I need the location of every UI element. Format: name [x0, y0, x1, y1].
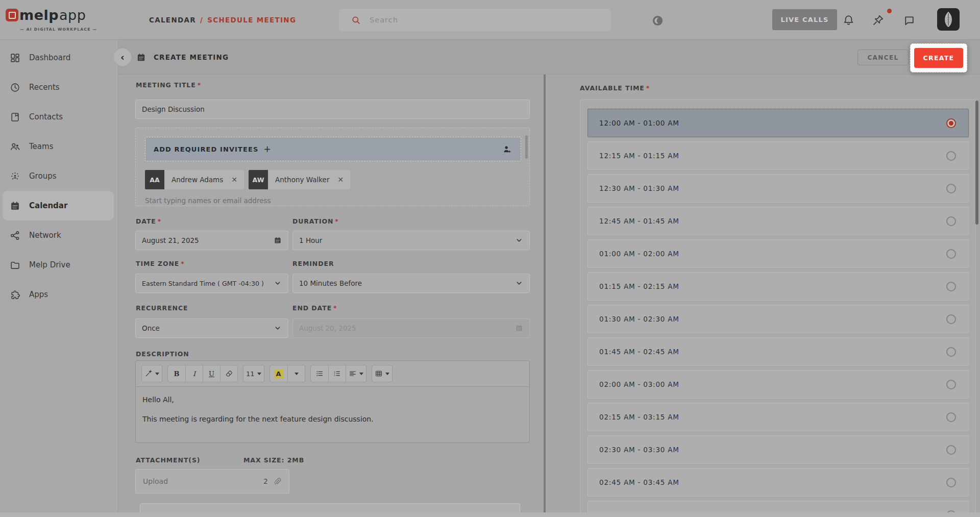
time-slot-row[interactable]: 01:30 AM - 02:30 AM — [587, 305, 969, 333]
sidebar-item-network[interactable]: Network — [3, 220, 114, 250]
pin-icon — [872, 14, 885, 27]
upload-field[interactable]: Upload 2 — [135, 469, 289, 494]
vertical-scrollbar-thumb[interactable] — [975, 101, 978, 225]
invitee-chip[interactable]: AA Andrew Adams ✕ — [145, 170, 244, 189]
chip-remove-icon[interactable]: ✕ — [337, 176, 344, 184]
font-color-button[interactable]: A — [270, 365, 287, 382]
insert-table-button[interactable] — [372, 365, 392, 382]
sidebar-item-dashboard[interactable]: Dashboard — [3, 43, 114, 72]
sidebar-item-label: Recents — [29, 83, 60, 92]
font-size-button[interactable]: 11 — [243, 365, 264, 382]
create-button[interactable]: CREATE — [914, 48, 963, 68]
folder-icon — [10, 260, 20, 270]
time-slot-row[interactable]: 12:30 AM - 01:30 AM — [587, 174, 969, 203]
sidebar-item-label: Dashboard — [29, 53, 70, 62]
radio-selected-icon[interactable] — [946, 118, 956, 128]
available-time-panel: AVAILABLE TIME* 12:00 AM - 01:00 AM 12:1… — [546, 75, 980, 517]
end-date-value: August 20, 2025 — [299, 324, 515, 332]
feather-avatar-image — [939, 10, 958, 29]
radio-icon[interactable] — [946, 445, 956, 455]
reminder-select[interactable]: 10 Minutes Before — [292, 274, 530, 293]
sidebar-item-calendar[interactable]: Calendar — [3, 191, 114, 220]
dark-mode-toggle[interactable] — [652, 15, 664, 27]
wand-icon — [144, 370, 153, 378]
paragraph-style-button[interactable] — [142, 365, 162, 382]
notifications-button[interactable] — [842, 14, 855, 27]
invitee-search-input[interactable]: Start typing names or email address — [145, 196, 271, 205]
description-line: This meeting is regarding for the next f… — [142, 415, 523, 423]
bullet-list-button[interactable] — [311, 365, 328, 382]
time-slot-row[interactable]: 01:00 AM - 02:00 AM — [587, 239, 969, 268]
messages-button[interactable] — [903, 14, 916, 27]
date-picker-field[interactable]: August 21, 2025 — [135, 231, 288, 250]
radio-icon[interactable] — [946, 412, 956, 422]
live-calls-button[interactable]: LIVE CALLS — [772, 9, 837, 30]
bold-button[interactable]: B — [168, 365, 185, 382]
invitee-chip[interactable]: AW Anthony Walker ✕ — [249, 170, 350, 189]
time-slot-label: 02:30 AM - 03:30 AM — [599, 446, 679, 454]
description-label: DESCRIPTION — [136, 350, 189, 358]
chip-remove-icon[interactable]: ✕ — [231, 176, 237, 184]
user-avatar[interactable] — [937, 8, 960, 31]
search-input[interactable]: Search — [339, 9, 611, 31]
sidebar-item-groups[interactable]: Groups — [3, 161, 114, 191]
add-invitees-bar[interactable]: ADD REQUIRED INVITEES + — [145, 137, 521, 161]
sidebar-item-teams[interactable]: Teams — [3, 132, 114, 161]
chevron-left-icon: ‹ — [120, 52, 125, 63]
radio-icon[interactable] — [946, 380, 956, 389]
breadcrumb-current: SCHEDULE MEETING — [207, 16, 296, 24]
brand-light: app — [59, 7, 86, 23]
timezone-select[interactable]: Eastern Standard Time ( GMT -04:30 ) — [135, 274, 288, 293]
time-slot-label: 02:45 AM - 03:45 AM — [599, 478, 679, 486]
time-slot-row[interactable]: 12:00 AM - 01:00 AM — [587, 109, 969, 137]
sidebar-collapse-button[interactable]: ‹ — [114, 48, 131, 66]
subheader: CREATE MEETING CANCEL — [119, 40, 980, 75]
spotlight-highlight: CREATE — [910, 43, 967, 72]
sidebar-item-contacts[interactable]: Contacts — [3, 102, 114, 132]
time-slot-row[interactable]: 02:00 AM - 03:00 AM — [587, 370, 969, 399]
calendar-icon — [136, 53, 146, 62]
radio-icon[interactable] — [946, 184, 956, 193]
time-slot-row[interactable]: 02:30 AM - 03:30 AM — [587, 435, 969, 464]
time-slot-row[interactable]: 02:15 AM - 03:15 AM — [587, 403, 969, 431]
description-textarea[interactable]: Hello All, This meeting is regarding for… — [136, 387, 529, 432]
dashboard-icon — [10, 53, 20, 63]
cancel-button[interactable]: CANCEL — [857, 50, 909, 65]
date-value: August 21, 2025 — [142, 236, 274, 244]
underline-button[interactable]: U — [203, 365, 220, 382]
radio-icon[interactable] — [946, 478, 956, 487]
align-button[interactable] — [346, 365, 366, 382]
radio-icon[interactable] — [946, 314, 956, 324]
bottom-edge-strip — [0, 512, 980, 517]
pinned-items-button[interactable] — [872, 14, 885, 27]
radio-icon[interactable] — [946, 151, 956, 161]
time-slot-row[interactable]: 01:45 AM - 02:45 AM — [587, 337, 969, 366]
time-slot-row[interactable]: 12:15 AM - 01:15 AM — [587, 141, 969, 170]
clear-format-button[interactable] — [220, 365, 237, 382]
radio-icon[interactable] — [946, 347, 956, 357]
radio-icon[interactable] — [946, 216, 956, 226]
time-slot-row[interactable]: 02:45 AM - 03:45 AM — [587, 468, 969, 497]
sidebar-item-melp-drive[interactable]: Melp Drive — [3, 250, 114, 280]
meeting-title-input[interactable]: Design Discussion — [135, 100, 530, 119]
melp-logo-icon[interactable] — [6, 9, 18, 21]
invitees-box: ADD REQUIRED INVITEES + AA Andrew Adams … — [135, 128, 530, 206]
time-slot-row[interactable]: 01:15 AM - 02:15 AM — [587, 272, 969, 301]
groups-icon — [10, 171, 20, 182]
radio-icon[interactable] — [946, 282, 956, 291]
italic-button[interactable]: I — [185, 365, 203, 382]
radio-icon[interactable] — [946, 249, 956, 259]
recurrence-select[interactable]: Once — [135, 318, 288, 338]
sidebar-item-apps[interactable]: Apps — [3, 280, 114, 309]
breadcrumb-parent[interactable]: CALENDAR — [149, 16, 196, 24]
invitees-scrollbar[interactable] — [525, 135, 528, 159]
upload-label: Upload — [143, 477, 263, 485]
top-bar: melp app — AI DIGITAL WORKPLACE — CALEND… — [0, 0, 980, 40]
sidebar-item-label: Teams — [29, 142, 53, 151]
numbered-list-button[interactable] — [328, 365, 346, 382]
time-slot-row[interactable]: 12:45 AM - 01:45 AM — [587, 207, 969, 235]
duration-select[interactable]: 1 Hour — [292, 231, 530, 250]
chip-name: Anthony Walker — [275, 176, 329, 184]
font-color-dropdown[interactable] — [287, 365, 305, 382]
sidebar-item-recents[interactable]: Recents — [3, 72, 114, 102]
